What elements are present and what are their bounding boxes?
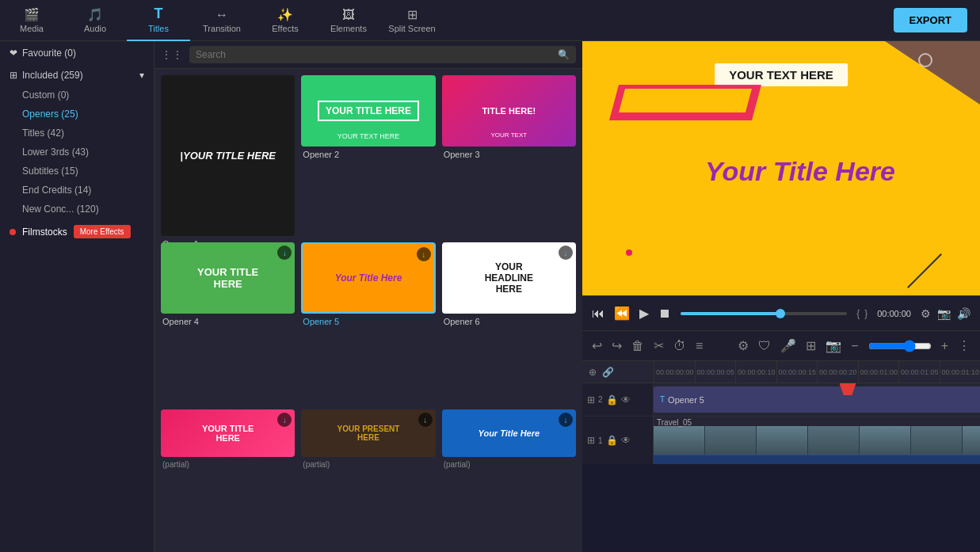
track-1-eye-icon[interactable]: 👁 xyxy=(621,435,631,446)
opener4-label: Opener 4 xyxy=(161,317,295,326)
video-clip-label: Travel_05 xyxy=(657,418,692,427)
ruler-spacer: ⊕ 🔗 xyxy=(589,367,660,378)
nav-split-screen[interactable]: ⊞ Split Screen xyxy=(380,0,444,41)
opener6-label: Opener 6 xyxy=(442,317,576,326)
track-2-controls: ⊞ 2 🔒 👁 xyxy=(582,383,654,416)
timeline-area: ↩ ↪ 🗑 ✂ ⏱ ≡ ⚙ 🛡 🎤 ⊞ 📷 − + ⋮ ⊕ xyxy=(582,330,980,552)
title-clip[interactable]: T Opener 5 xyxy=(654,386,980,413)
zoom-out-button[interactable]: − xyxy=(851,339,858,353)
thumbnails-grid: |YOUR TITLE HERE Opener 1 YOUR TITLE HER… xyxy=(154,69,582,552)
progress-bar[interactable] xyxy=(681,312,847,315)
nav-media[interactable]: 🎬 Media xyxy=(0,0,63,41)
time-display: 00:00:00 xyxy=(877,309,911,318)
volume-icon[interactable]: 🔊 xyxy=(957,307,970,320)
opener-5-item[interactable]: Your Title Here ↓ Opener 5 xyxy=(301,242,435,403)
layers-button[interactable]: ⊞ xyxy=(806,338,816,353)
ruler-track: 00:00:00:00 00:00:00:05 00:00:00:10 00:0… xyxy=(654,361,980,383)
more-effects-button[interactable]: More Effects xyxy=(74,225,131,238)
search-box: 🔍 xyxy=(189,46,576,63)
history-button[interactable]: ⏱ xyxy=(673,339,686,353)
sidebar-item-custom[interactable]: Custom (0) xyxy=(0,86,154,105)
search-input[interactable] xyxy=(196,49,553,60)
track-1-lock-icon[interactable]: 🔒 xyxy=(606,435,618,446)
opener-8-item[interactable]: YOUR PRESENTHERE ↓ (partial) xyxy=(301,409,435,546)
opener6-text: YOURHEADLINEHERE xyxy=(485,261,533,295)
export-button[interactable]: EXPORT xyxy=(894,8,967,32)
snapshot-tl-button[interactable]: 📷 xyxy=(826,338,841,353)
filmstocks-label: Filmstocks xyxy=(22,227,67,238)
ruler-mark-0: 00:00:00:00 xyxy=(654,361,695,383)
delete-button[interactable]: 🗑 xyxy=(631,339,644,353)
stop-button[interactable]: ⏹ xyxy=(658,306,671,321)
timeline-ruler: ⊕ 🔗 00:00:00:00 00:00:00:05 00:00:00:10 … xyxy=(582,361,980,383)
bracket-in-icon[interactable]: { xyxy=(856,308,860,319)
preview-circle xyxy=(918,53,932,67)
shield-button[interactable]: 🛡 xyxy=(758,339,771,353)
track-row-1: ⊞ 1 🔒 👁 Travel_05 xyxy=(582,417,980,464)
filmstocks-row: Filmstocks More Effects xyxy=(0,219,154,245)
step-back-button[interactable]: ⏪ xyxy=(614,306,630,321)
track-2-lock-icon[interactable]: 🔒 xyxy=(606,394,618,405)
zoom-in-button[interactable]: + xyxy=(941,339,948,353)
track-2-content[interactable]: T Opener 5 ✕ xyxy=(654,383,980,416)
opener-4-item[interactable]: YOUR TITLEHERE ↓ Opener 4 xyxy=(161,242,295,403)
opener2-label: Opener 2 xyxy=(301,150,435,159)
sidebar-item-end-credits[interactable]: End Credits (14) xyxy=(0,181,154,200)
nav-transition[interactable]: ↔ Transition xyxy=(190,0,254,41)
preview-yellow-shape xyxy=(619,89,752,112)
nav-elements[interactable]: 🖼 Elements xyxy=(317,0,380,41)
sidebar-item-subtitles[interactable]: Subtitles (15) xyxy=(0,162,154,181)
opener-7-item[interactable]: YOUR TITLEHERE ↓ (partial) xyxy=(161,409,295,546)
undo-button[interactable]: ↩ xyxy=(592,338,602,353)
link-icon[interactable]: 🔗 xyxy=(602,367,614,378)
bracket-controls: { } xyxy=(856,308,868,319)
skip-back-button[interactable]: ⏮ xyxy=(592,306,604,321)
mic-button[interactable]: 🎤 xyxy=(780,338,796,353)
zoom-slider[interactable] xyxy=(868,340,932,352)
sidebar-item-new-conc[interactable]: New Conc... (120) xyxy=(0,200,154,219)
download-badge-6: ↓ xyxy=(559,246,573,260)
sidebar-item-lower3rds[interactable]: Lower 3rds (43) xyxy=(0,143,154,162)
play-button[interactable]: ▶ xyxy=(639,306,649,321)
ctrl-icons: ⚙ 📷 🔊 xyxy=(921,307,970,320)
opener3-label: Opener 3 xyxy=(442,150,576,159)
nav-media-label: Media xyxy=(20,24,44,33)
favourite-item[interactable]: ❤ Favourite (0) xyxy=(0,41,154,65)
sidebar-item-titles[interactable]: Titles (42) xyxy=(0,124,154,143)
ruler-mark-5: 00:00:01:00 xyxy=(858,361,899,383)
included-section-header[interactable]: ⊞ Included (259) ▾ xyxy=(0,65,154,86)
audio-waveform-bar xyxy=(654,455,980,464)
grid-view-icon[interactable]: ⋮⋮ xyxy=(161,48,183,61)
opener-6-item[interactable]: YOURHEADLINEHERE ↓ Opener 6 xyxy=(442,242,576,403)
opener9-text: Your Title Here xyxy=(479,428,540,438)
download-badge-9: ↓ xyxy=(559,413,573,427)
snapshot-icon[interactable]: 📷 xyxy=(937,307,951,320)
nav-titles[interactable]: T Titles xyxy=(127,0,190,41)
opener-2-item[interactable]: YOUR TITLE HERE YOUR TEXT HERE Opener 2 xyxy=(301,75,435,236)
opener4-text: YOUR TITLEHERE xyxy=(197,266,258,290)
bracket-out-icon[interactable]: } xyxy=(864,308,868,319)
cut-button[interactable]: ✂ xyxy=(654,338,664,353)
settings-icon[interactable]: ⚙ xyxy=(921,307,931,320)
more-options-button[interactable]: ⋮ xyxy=(958,338,970,353)
download-badge-4: ↓ xyxy=(277,246,292,260)
opener-1-item[interactable]: |YOUR TITLE HERE Opener 1 xyxy=(161,75,295,236)
auto-button[interactable]: ⚙ xyxy=(738,338,749,353)
track-2-grid-icon[interactable]: ⊞ xyxy=(587,394,595,405)
opener5-label: Opener 5 xyxy=(301,317,435,326)
nav-titles-label: Titles xyxy=(148,24,169,33)
media-icon: 🎬 xyxy=(24,7,40,22)
title-clip-icon: T xyxy=(660,395,665,404)
track-1-content[interactable]: Travel_05 xyxy=(654,417,980,464)
nav-audio[interactable]: 🎵 Audio xyxy=(63,0,127,41)
opener-9-item[interactable]: Your Title Here ↓ (partial) xyxy=(442,409,576,546)
audio-settings-button[interactable]: ≡ xyxy=(696,339,703,353)
nav-effects[interactable]: ✨ Effects xyxy=(254,0,317,41)
sidebar-item-openers[interactable]: Openers (25) xyxy=(0,105,154,124)
track-2-eye-icon[interactable]: 👁 xyxy=(621,394,631,405)
opener-3-item[interactable]: TITLE HERE! YOUR TEXT Opener 3 xyxy=(442,75,576,236)
redo-button[interactable]: ↪ xyxy=(612,338,622,353)
favourite-label: Favourite (0) xyxy=(22,48,76,59)
add-track-icon[interactable]: ⊕ xyxy=(589,367,597,378)
track-1-grid-icon[interactable]: ⊞ xyxy=(587,435,595,446)
